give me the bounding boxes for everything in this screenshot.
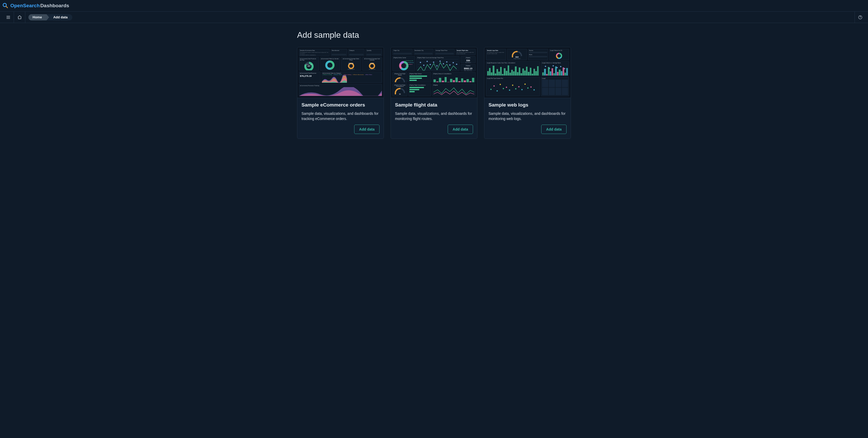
thumb-total-flights: 330 — [462, 59, 474, 62]
thumb-total-flights-label: Total Flights — [462, 62, 474, 63]
thumb-kpi1-label: Trxns / day — [299, 64, 319, 65]
brand-name-secondary: Dashboards — [40, 3, 69, 8]
card-flight: Origin City Destination City Average Tic… — [391, 47, 477, 139]
breadcrumb-home[interactable]: Home — [28, 14, 46, 21]
card-title: Sample web logs — [489, 102, 566, 108]
thumb-revenue: $76,275.19 — [300, 75, 319, 77]
brand-bar: OpenSearchDashboards — [0, 0, 868, 12]
thumb-visitors-label: Unique Visitors — [508, 58, 526, 59]
card-title: Sample flight data — [395, 102, 473, 108]
home-button[interactable] — [14, 12, 25, 23]
thumb-gauge-cancel: 50 — [394, 93, 406, 95]
card-title: Sample eCommerce orders — [302, 102, 379, 108]
help-button[interactable] — [855, 12, 865, 23]
brand-text: OpenSearchDashboards — [10, 3, 69, 8]
hamburger-icon — [6, 15, 10, 20]
menu-toggle-button[interactable] — [3, 12, 14, 23]
card-ecommerce: Sample eCommerce Data This dashboard con… — [297, 47, 384, 139]
page-title: Add sample data — [297, 30, 571, 40]
thumb-kpi1-value: 157 — [299, 65, 319, 67]
thumb-avg-ticket: $582.13 — [462, 67, 474, 70]
help-icon — [858, 15, 863, 20]
breadcrumb-current[interactable]: Add data — [46, 14, 72, 21]
opensearch-logo-icon — [3, 3, 8, 8]
page: Add sample data Sample eCommerce Data Th… — [292, 23, 576, 154]
nav-bar: Home Add data — [0, 12, 868, 23]
sample-data-cards: Sample eCommerce Data This dashboard con… — [297, 47, 571, 139]
brand-name-primary: OpenSearch — [10, 3, 40, 8]
thumb-header: Sample Logs Data — [487, 50, 505, 51]
card-weblogs: Sample Logs Data This dashboard contains… — [484, 47, 571, 139]
add-data-button[interactable]: Add data — [541, 125, 566, 134]
thumb-avg-ticket-label: Avg. Ticket Price — [462, 70, 474, 71]
breadcrumbs: Home Add data — [28, 14, 72, 21]
home-icon — [17, 15, 22, 20]
thumb-avg-qty: 2,127 — [363, 63, 382, 64]
thumb-header: Sample Flight data — [457, 50, 475, 51]
card-weblogs-thumbnail: Sample Logs Data This dashboard contains… — [485, 47, 571, 98]
add-data-button[interactable]: Add data — [448, 125, 473, 134]
thumb-visitors: 819 — [508, 56, 526, 58]
card-description: Sample data, visualizations, and dashboa… — [395, 111, 473, 121]
thumb-header: Sample eCommerce Data — [300, 50, 329, 51]
card-ecommerce-thumbnail: Sample eCommerce Data This dashboard con… — [297, 47, 383, 98]
card-description: Sample data, visualizations, and dashboa… — [489, 111, 566, 121]
card-description: Sample data, visualizations, and dashboa… — [302, 111, 379, 121]
brand-logo[interactable]: OpenSearchDashboards — [3, 3, 69, 8]
add-data-button[interactable]: Add data — [354, 125, 379, 134]
thumb-avg-price: $74.34 — [341, 63, 361, 64]
card-flight-thumbnail: Origin City Destination City Average Tic… — [391, 47, 477, 98]
